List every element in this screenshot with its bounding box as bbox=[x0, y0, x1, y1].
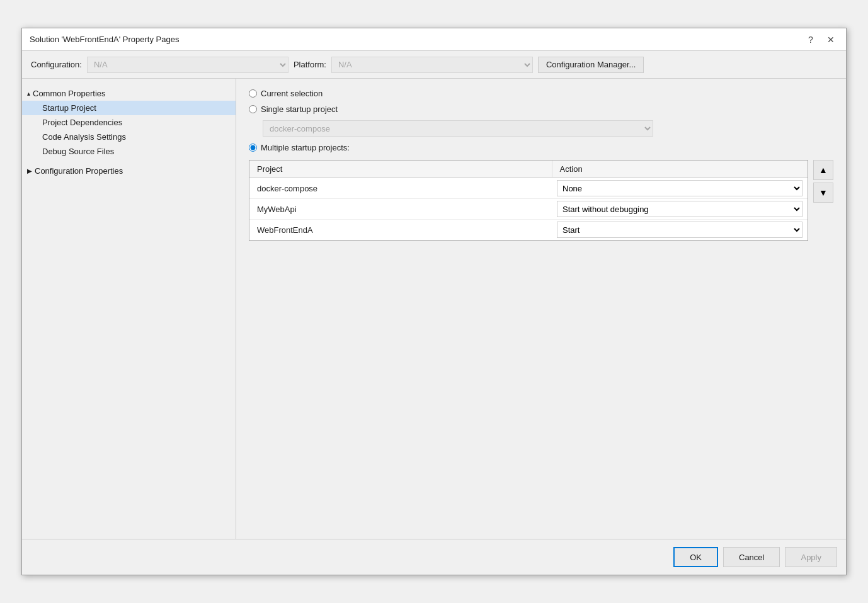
code-analysis-label: Code Analysis Settings bbox=[42, 132, 126, 142]
startup-options: Current selection Single startup project… bbox=[249, 89, 833, 152]
startup-project-label: Startup Project bbox=[42, 103, 96, 113]
bottom-buttons: OK Cancel Apply bbox=[22, 539, 846, 575]
help-button[interactable]: ? bbox=[803, 32, 818, 47]
main-content: ▴ Common Properties Startup Project Proj… bbox=[22, 79, 846, 539]
expand-triangle-icon: ▴ bbox=[27, 90, 30, 97]
single-startup-row: Single startup project bbox=[249, 104, 833, 114]
apply-button[interactable]: Apply bbox=[785, 547, 837, 567]
platform-label: Platform: bbox=[294, 60, 326, 69]
multi-section: Project Action docker-compose None S bbox=[249, 160, 833, 529]
project-dependencies-label: Project Dependencies bbox=[42, 118, 122, 127]
sidebar-item-debug-source[interactable]: Debug Source Files bbox=[22, 144, 236, 159]
configuration-select[interactable]: N/A bbox=[87, 57, 288, 73]
single-startup-label[interactable]: Single startup project bbox=[261, 104, 338, 114]
sidebar-item-startup-project[interactable]: Startup Project bbox=[22, 101, 236, 115]
debug-source-label: Debug Source Files bbox=[42, 147, 114, 156]
col-action-header: Action bbox=[552, 161, 808, 178]
sidebar-config-properties[interactable]: ▶ Configuration Properties bbox=[22, 164, 236, 178]
action-cell-mywebapi: None Start Start without debugging bbox=[552, 199, 808, 220]
title-bar-controls: ? ✕ bbox=[803, 32, 838, 47]
projects-table: Project Action docker-compose None S bbox=[249, 161, 808, 240]
action-cell-docker: None Start Start without debugging bbox=[552, 178, 808, 199]
dialog-title: Solution 'WebFrontEndA' Property Pages bbox=[30, 35, 179, 44]
config-properties-label: Configuration Properties bbox=[35, 166, 123, 176]
project-name-webfrontenda: WebFrontEndA bbox=[249, 220, 552, 240]
common-properties-label: Common Properties bbox=[33, 89, 106, 98]
current-selection-label[interactable]: Current selection bbox=[261, 89, 323, 98]
move-buttons: ▲ ▼ bbox=[813, 160, 833, 203]
project-name-mywebapi: MyWebApi bbox=[249, 199, 552, 220]
table-row: MyWebApi None Start Start without debugg… bbox=[249, 199, 808, 220]
sidebar-common-properties[interactable]: ▴ Common Properties bbox=[22, 86, 236, 101]
configuration-manager-button[interactable]: Configuration Manager... bbox=[538, 57, 644, 73]
config-bar: Configuration: N/A Platform: N/A Configu… bbox=[22, 51, 846, 79]
table-row: docker-compose None Start Start without … bbox=[249, 178, 808, 199]
common-properties-section: ▴ Common Properties Startup Project Proj… bbox=[22, 84, 236, 161]
dialog-window: Solution 'WebFrontEndA' Property Pages ?… bbox=[21, 28, 847, 575]
sidebar-item-code-analysis[interactable]: Code Analysis Settings bbox=[22, 130, 236, 144]
multiple-startup-radio[interactable] bbox=[249, 144, 257, 152]
platform-select[interactable]: N/A bbox=[331, 57, 533, 73]
move-down-button[interactable]: ▼ bbox=[813, 183, 833, 203]
action-cell-webfrontenda: None Start Start without debugging bbox=[552, 220, 808, 240]
action-select-webfrontenda[interactable]: None Start Start without debugging bbox=[557, 222, 802, 238]
close-button[interactable]: ✕ bbox=[823, 32, 838, 47]
table-header-row: Project Action bbox=[249, 161, 808, 178]
single-startup-radio[interactable] bbox=[249, 105, 257, 113]
right-panel: Current selection Single startup project… bbox=[236, 79, 846, 539]
config-label: Configuration: bbox=[31, 60, 82, 69]
multiple-startup-label[interactable]: Multiple startup projects: bbox=[261, 143, 350, 152]
collapse-triangle-icon: ▶ bbox=[27, 167, 32, 174]
action-select-docker[interactable]: None Start Start without debugging bbox=[557, 180, 802, 196]
projects-table-container: Project Action docker-compose None S bbox=[249, 160, 808, 241]
single-project-select[interactable]: docker-compose bbox=[263, 120, 653, 137]
current-selection-row: Current selection bbox=[249, 89, 833, 98]
sidebar-item-project-dependencies[interactable]: Project Dependencies bbox=[22, 115, 236, 130]
move-up-button[interactable]: ▲ bbox=[813, 160, 833, 180]
current-selection-radio[interactable] bbox=[249, 89, 257, 98]
sidebar: ▴ Common Properties Startup Project Proj… bbox=[22, 79, 236, 539]
action-select-mywebapi[interactable]: None Start Start without debugging bbox=[557, 201, 802, 217]
multiple-startup-row: Multiple startup projects: bbox=[249, 143, 833, 152]
ok-button[interactable]: OK bbox=[673, 547, 718, 567]
cancel-button[interactable]: Cancel bbox=[723, 547, 780, 567]
table-body: docker-compose None Start Start without … bbox=[249, 178, 808, 240]
project-name-docker: docker-compose bbox=[249, 178, 552, 199]
title-bar: Solution 'WebFrontEndA' Property Pages ?… bbox=[22, 28, 846, 51]
col-project-header: Project bbox=[249, 161, 552, 178]
config-properties-section: ▶ Configuration Properties bbox=[22, 161, 236, 181]
table-row: WebFrontEndA None Start Start without de… bbox=[249, 220, 808, 240]
